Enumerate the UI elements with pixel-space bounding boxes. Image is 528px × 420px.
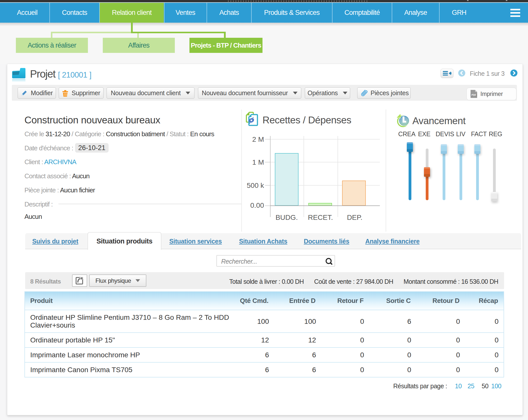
- svg-text:PDF: PDF: [471, 94, 476, 96]
